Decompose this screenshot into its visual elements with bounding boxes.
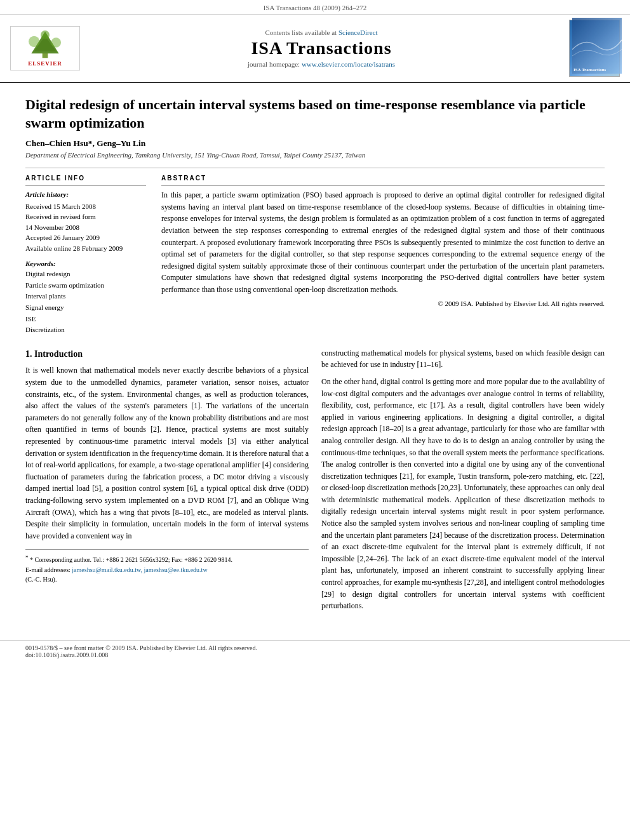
homepage-label: journal homepage: bbox=[248, 60, 300, 68]
author-name: Chen–Chien Hsu*, Geng–Yu Lin bbox=[25, 138, 145, 148]
header-divider bbox=[25, 168, 605, 168]
homepage-url[interactable]: www.elsevier.com/locate/isatrans bbox=[302, 60, 395, 68]
keyword-4: Signal energy bbox=[25, 302, 146, 314]
elsevier-label: ELSEVIER bbox=[28, 60, 62, 67]
cover-title: ISA Transactions bbox=[572, 66, 617, 74]
intro-col2-p1: constructing mathematical models for phy… bbox=[321, 347, 605, 371]
abstract-header: ABSTRACT bbox=[161, 175, 605, 182]
abstract-column: ABSTRACT In this paper, a particle swarm… bbox=[161, 175, 605, 336]
bottom-issn: 0019-0578/$ – see front matter © 2009 IS… bbox=[25, 644, 605, 651]
top-bar: ISA Transactions 48 (2009) 264–272 bbox=[0, 0, 630, 15]
abstract-block: In this paper, a particle swarm optimiza… bbox=[161, 185, 605, 307]
footnote-star-text: * Corresponding author. Tel.: +886 2 262… bbox=[30, 557, 232, 564]
intro-p1: It is well known that mathematical model… bbox=[25, 364, 309, 542]
keyword-3: Interval plants bbox=[25, 291, 146, 302]
cover-graphic bbox=[572, 18, 622, 74]
elsevier-box: ELSEVIER bbox=[10, 26, 80, 70]
journal-header: ELSEVIER Contents lists available at Sci… bbox=[0, 15, 630, 83]
footnote-area: * * Corresponding author. Tel.: +886 2 2… bbox=[25, 549, 309, 583]
article-title: Digital redesign of uncertain interval s… bbox=[25, 96, 605, 132]
article-authors: Chen–Chien Hsu*, Geng–Yu Lin bbox=[25, 138, 605, 149]
article-affiliation: Department of Electrical Engineering, Ta… bbox=[25, 151, 605, 159]
article-info-column: ARTICLE INFO Article history: Received 1… bbox=[25, 175, 146, 336]
body-col-left: 1. Introduction It is well known that ma… bbox=[25, 347, 309, 617]
page-wrapper: ISA Transactions 48 (2009) 264–272 ELSEV… bbox=[0, 0, 630, 662]
keyword-2: Particle swarm optimization bbox=[25, 280, 146, 291]
footnote-name-line: (C.-C. Hsu). bbox=[25, 575, 309, 584]
svg-point-3 bbox=[29, 36, 39, 46]
journal-citation: ISA Transactions 48 (2009) 264–272 bbox=[264, 4, 367, 11]
body-columns: 1. Introduction It is well known that ma… bbox=[25, 347, 605, 617]
keyword-5: ISE bbox=[25, 314, 146, 325]
keywords-block: Keywords: bbox=[25, 260, 146, 267]
elsevier-tree-icon bbox=[23, 30, 67, 59]
abstract-text: In this paper, a particle swarm optimiza… bbox=[161, 189, 605, 295]
journal-cover-area: ISA Transactions bbox=[556, 20, 620, 77]
received-2: Received in revised form bbox=[25, 213, 96, 220]
footnote-email-label: E-mail addresses: bbox=[25, 566, 70, 573]
journal-cover-image: ISA Transactions bbox=[569, 20, 620, 77]
received-2b: 14 November 2008 bbox=[25, 223, 79, 231]
elsevier-logo-area: ELSEVIER bbox=[10, 26, 86, 70]
journal-center: Contents lists available at ScienceDirec… bbox=[86, 29, 556, 68]
article-content: Digital redesign of uncertain interval s… bbox=[0, 83, 630, 630]
article-info-header: ARTICLE INFO bbox=[25, 175, 146, 182]
keywords-label: Keywords: bbox=[25, 260, 146, 267]
available-date: Available online 28 February 2009 bbox=[25, 244, 123, 252]
keyword-1: Digital redesign bbox=[25, 269, 146, 280]
journal-homepage: journal homepage: www.elsevier.com/locat… bbox=[86, 60, 556, 68]
svg-point-4 bbox=[51, 37, 62, 48]
keyword-6: Discretization bbox=[25, 324, 146, 336]
article-history-block: Article history: Received 15 March 2008 … bbox=[25, 185, 146, 253]
body-col-right: constructing mathematical models for phy… bbox=[321, 347, 605, 617]
footnote-email-link[interactable]: jameshsu@mail.tku.edu.tw, jameshsu@ee.tk… bbox=[72, 566, 207, 573]
sciencedirect-line: Contents lists available at ScienceDirec… bbox=[86, 29, 556, 36]
sciencedirect-link[interactable]: ScienceDirect bbox=[338, 29, 378, 36]
accepted-date: Accepted 26 January 2009 bbox=[25, 234, 100, 241]
intro-col2-p2: On the other hand, digital control is ge… bbox=[321, 376, 605, 612]
svg-point-5 bbox=[41, 30, 50, 39]
journal-title: ISA Transactions bbox=[86, 38, 556, 58]
intro-section-title: 1. Introduction bbox=[25, 347, 309, 361]
keywords-list: Digital redesign Particle swarm optimiza… bbox=[25, 269, 146, 336]
footnote-email-line: E-mail addresses: jameshsu@mail.tku.edu.… bbox=[25, 565, 309, 575]
history-label: Article history: bbox=[25, 189, 146, 200]
bottom-doi: doi:10.1016/j.isatra.2009.01.008 bbox=[25, 651, 605, 658]
received-1: Received 15 March 2008 bbox=[25, 203, 96, 210]
intro-title-text: 1. Introduction bbox=[25, 349, 83, 359]
bottom-bar: 0019-0578/$ – see front matter © 2009 IS… bbox=[0, 640, 630, 662]
footnote-star-line: * * Corresponding author. Tel.: +886 2 2… bbox=[25, 554, 309, 564]
abstract-copyright: © 2009 ISA. Published by Elsevier Ltd. A… bbox=[161, 300, 605, 307]
contents-label: Contents lists available at bbox=[265, 29, 337, 36]
info-abstract-section: ARTICLE INFO Article history: Received 1… bbox=[25, 175, 605, 336]
